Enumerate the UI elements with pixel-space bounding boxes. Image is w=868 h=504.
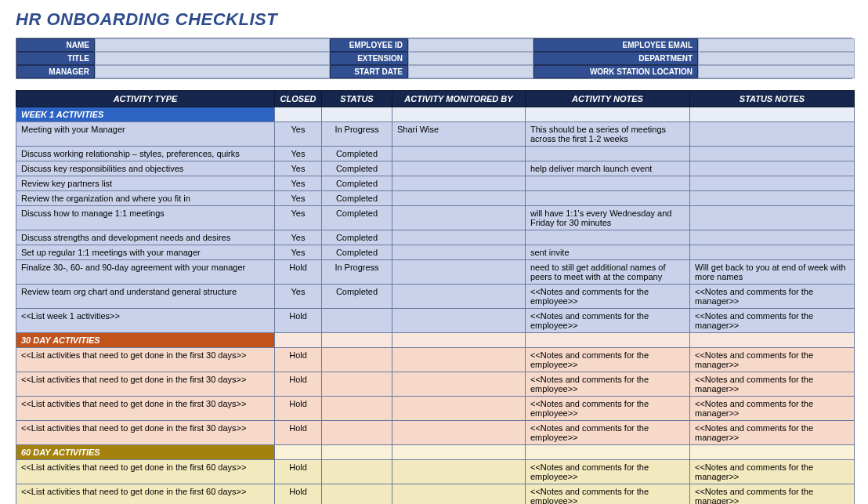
cell-monitored-by[interactable] [392, 161, 526, 176]
cell-activity-notes[interactable]: <<Notes and comments for the employee>> [526, 460, 690, 484]
cell-activity[interactable]: <<List activities that need to get done … [16, 397, 275, 421]
cell-activity[interactable]: <<List activities that need to get done … [16, 348, 275, 372]
cell-closed[interactable]: Hold [275, 348, 322, 372]
info-value[interactable] [408, 38, 533, 52]
cell-closed[interactable]: Hold [275, 484, 322, 505]
cell-monitored-by[interactable] [392, 176, 526, 191]
cell-status-notes[interactable]: <<Notes and comments for the manager>> [690, 309, 855, 333]
cell-status-notes[interactable] [690, 245, 855, 260]
cell-status[interactable]: Completed [322, 161, 392, 176]
info-value[interactable] [698, 65, 855, 78]
cell-activity[interactable]: Discuss key responsibilities and objecti… [16, 161, 275, 176]
cell-closed[interactable]: Yes [275, 285, 322, 309]
cell-status-notes[interactable]: <<Notes and comments for the manager>> [690, 372, 855, 397]
cell-closed[interactable]: Yes [275, 161, 322, 176]
cell-monitored-by[interactable] [392, 285, 526, 309]
cell-monitored-by[interactable] [392, 397, 526, 421]
cell-status[interactable] [322, 397, 392, 421]
cell-status-notes[interactable]: <<Notes and comments for the manager>> [690, 460, 855, 484]
cell-status[interactable]: In Progress [322, 260, 392, 285]
cell-activity[interactable]: Finalize 30-, 60- and 90-day agreement w… [16, 260, 275, 285]
cell-activity[interactable]: <<List activities that need to get done … [16, 484, 275, 505]
cell-activity-notes[interactable]: This should be a series of meetings acro… [526, 122, 690, 147]
cell-status[interactable] [322, 421, 392, 445]
cell-closed[interactable]: Yes [275, 191, 322, 206]
cell-status-notes[interactable]: <<Notes and comments for the manager>> [690, 348, 855, 372]
cell-activity-notes[interactable] [526, 176, 690, 191]
cell-status-notes[interactable]: Will get back to you at end of week with… [690, 260, 855, 285]
cell-closed[interactable]: Yes [275, 230, 322, 245]
cell-activity-notes[interactable]: will have 1:1's every Wednesday and Frid… [526, 206, 690, 230]
cell-status-notes[interactable] [690, 147, 855, 161]
cell-activity-notes[interactable]: <<Notes and comments for the employee>> [526, 372, 690, 397]
cell-closed[interactable]: Hold [275, 460, 322, 484]
cell-status-notes[interactable]: <<Notes and comments for the manager>> [690, 421, 855, 445]
cell-activity-notes[interactable] [526, 191, 690, 206]
cell-status[interactable] [322, 372, 392, 397]
cell-closed[interactable]: Hold [275, 397, 322, 421]
cell-status-notes[interactable] [690, 206, 855, 230]
cell-status-notes[interactable]: <<Notes and comments for the manager>> [690, 397, 855, 421]
cell-status-notes[interactable] [690, 230, 855, 245]
cell-closed[interactable]: Yes [275, 245, 322, 260]
cell-closed[interactable]: Yes [275, 206, 322, 230]
cell-monitored-by[interactable] [392, 372, 526, 397]
cell-status[interactable] [322, 484, 392, 505]
cell-monitored-by[interactable] [392, 206, 526, 230]
cell-closed[interactable]: Hold [275, 260, 322, 285]
cell-activity-notes[interactable] [526, 230, 690, 245]
cell-activity[interactable]: <<List activities that need to get done … [16, 372, 275, 397]
cell-activity[interactable]: Review key partners list [16, 176, 275, 191]
cell-status[interactable]: Completed [322, 245, 392, 260]
cell-status[interactable]: Completed [322, 191, 392, 206]
cell-status[interactable] [322, 309, 392, 333]
info-value[interactable] [95, 65, 330, 78]
cell-activity-notes[interactable]: <<Notes and comments for the employee>> [526, 285, 690, 309]
cell-activity-notes[interactable]: <<Notes and comments for the employee>> [526, 421, 690, 445]
cell-activity-notes[interactable]: need to still get additional names of pe… [526, 260, 690, 285]
cell-monitored-by[interactable] [392, 245, 526, 260]
cell-activity[interactable]: <<List activities that need to get done … [16, 460, 275, 484]
cell-status-notes[interactable] [690, 176, 855, 191]
cell-monitored-by[interactable] [392, 309, 526, 333]
cell-activity-notes[interactable]: help deliver march launch event [526, 161, 690, 176]
cell-activity[interactable]: Meeting with your Manager [16, 122, 275, 147]
cell-activity[interactable]: <<List activities that need to get done … [16, 421, 275, 445]
info-value[interactable] [408, 65, 533, 78]
cell-activity[interactable]: Set up regular 1:1 meetings with your ma… [16, 245, 275, 260]
cell-activity[interactable]: Discuss how to manage 1:1 meetings [16, 206, 275, 230]
cell-activity[interactable]: Review the organization and where you fi… [16, 191, 275, 206]
cell-status[interactable] [322, 348, 392, 372]
cell-monitored-by[interactable] [392, 348, 526, 372]
cell-activity-notes[interactable]: <<Notes and comments for the employee>> [526, 348, 690, 372]
cell-status[interactable]: Completed [322, 230, 392, 245]
cell-closed[interactable]: Yes [275, 147, 322, 161]
cell-monitored-by[interactable] [392, 191, 526, 206]
info-value[interactable] [95, 52, 330, 65]
cell-status[interactable]: Completed [322, 176, 392, 191]
info-value[interactable] [698, 52, 855, 65]
cell-status-notes[interactable]: <<Notes and comments for the manager>> [690, 484, 855, 505]
cell-monitored-by[interactable] [392, 484, 526, 505]
cell-activity[interactable]: Discuss working relationship – styles, p… [16, 147, 275, 161]
cell-status[interactable]: Completed [322, 206, 392, 230]
cell-closed[interactable]: Hold [275, 421, 322, 445]
cell-status-notes[interactable] [690, 191, 855, 206]
cell-activity[interactable]: <<List week 1 activities>> [16, 309, 275, 333]
cell-monitored-by[interactable] [392, 460, 526, 484]
cell-monitored-by[interactable] [392, 260, 526, 285]
cell-status-notes[interactable] [690, 161, 855, 176]
cell-closed[interactable]: Yes [275, 122, 322, 147]
info-value[interactable] [408, 52, 533, 65]
cell-activity[interactable]: Review team org chart and understand gen… [16, 285, 275, 309]
cell-status-notes[interactable]: <<Notes and comments for the manager>> [690, 285, 855, 309]
cell-closed[interactable]: Hold [275, 309, 322, 333]
cell-monitored-by[interactable] [392, 230, 526, 245]
info-value[interactable] [698, 38, 855, 52]
cell-closed[interactable]: Yes [275, 176, 322, 191]
cell-monitored-by[interactable]: Shari Wise [392, 122, 526, 147]
cell-activity-notes[interactable]: <<Notes and comments for the employee>> [526, 484, 690, 505]
cell-activity-notes[interactable]: sent invite [526, 245, 690, 260]
info-value[interactable] [95, 38, 330, 52]
cell-status[interactable] [322, 460, 392, 484]
